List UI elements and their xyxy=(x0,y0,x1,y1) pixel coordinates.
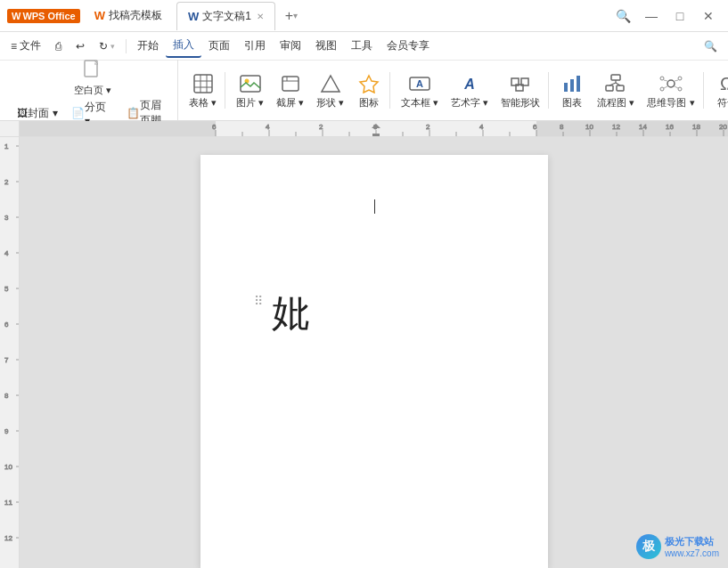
watermark-icon-text: 极 xyxy=(642,539,655,555)
tab-add-icon: + xyxy=(285,8,293,24)
menu-search-icon: 🔍 xyxy=(704,40,717,53)
menu-vip-label: 会员专享 xyxy=(387,38,429,53)
svg-text:7: 7 xyxy=(4,356,9,364)
cursor-indicator xyxy=(374,199,375,214)
chart-label: 图表 xyxy=(562,96,582,110)
smartshape-button[interactable]: 智能形状 xyxy=(495,69,545,112)
svg-line-36 xyxy=(675,86,678,88)
screenshot-button[interactable]: 截屏 ▾ xyxy=(271,69,309,112)
svg-marker-12 xyxy=(360,76,378,93)
svg-rect-21 xyxy=(577,76,580,92)
drag-handle[interactable]: ⠿ xyxy=(254,294,263,308)
redo-icon: ↻ xyxy=(99,40,108,53)
ruler-vertical: 1 2 3 4 5 6 7 8 9 10 11 12 xyxy=(0,137,20,568)
tab-close-icon[interactable]: ✕ xyxy=(257,12,264,21)
icon-label: 图标 xyxy=(359,96,379,110)
svg-text:12: 12 xyxy=(4,534,12,542)
svg-rect-8 xyxy=(282,77,299,91)
table-icon xyxy=(191,71,216,96)
maximize-button[interactable]: □ xyxy=(667,4,692,28)
tab-add-arrow: ▾ xyxy=(293,11,298,20)
search-button[interactable]: 🔍 xyxy=(610,4,635,28)
menu-page[interactable]: 页面 xyxy=(201,35,237,57)
symbol-icon: Ω xyxy=(715,71,729,96)
svg-text:16: 16 xyxy=(666,123,674,131)
svg-point-28 xyxy=(667,80,675,87)
close-button[interactable]: ✕ xyxy=(696,4,721,28)
menu-page-label: 页面 xyxy=(209,38,230,53)
header-footer-icon: 📋 xyxy=(127,107,140,119)
menu-view[interactable]: 视图 xyxy=(308,35,344,57)
menu-search[interactable]: 🔍 xyxy=(697,37,724,56)
shape-label: 形状 ▾ xyxy=(316,96,344,110)
tab-add-button[interactable]: + ▾ xyxy=(279,4,304,28)
chart-icon xyxy=(560,71,585,96)
smartshape-label: 智能形状 xyxy=(501,96,540,110)
chart-button[interactable]: 图表 xyxy=(554,69,590,112)
app-logo-text: WPS Office xyxy=(22,11,75,21)
minimize-button[interactable]: — xyxy=(639,4,664,28)
textbox-button[interactable]: A 文本框 ▾ xyxy=(396,69,444,112)
menu-start-label: 开始 xyxy=(137,38,159,53)
svg-text:A: A xyxy=(416,78,423,89)
table-button[interactable]: 表格 ▾ xyxy=(184,69,222,112)
cover-label: 封面 ▾ xyxy=(28,106,57,121)
symbol-label: 符号 xyxy=(717,96,729,110)
textbox-icon: A xyxy=(407,71,432,96)
blank-page-button[interactable]: 空白页 ▾ xyxy=(69,56,117,100)
icon-button[interactable]: 图标 xyxy=(351,69,387,112)
svg-text:4: 4 xyxy=(266,123,270,131)
image-button[interactable]: 图片 ▾ xyxy=(231,69,269,112)
blank-page-arrow: ▾ xyxy=(106,85,111,95)
app-logo-w: W xyxy=(12,11,20,21)
app-logo[interactable]: W WPS Office xyxy=(7,9,80,23)
flow-button[interactable]: 流程图 ▾ xyxy=(592,69,640,112)
smartshape-icon xyxy=(508,71,533,96)
blank-page-icon xyxy=(80,59,105,84)
toolbar-text-row: A 文本框 ▾ A 艺术字 ▾ xyxy=(396,69,545,112)
document-content[interactable]: ⠿ 妣 xyxy=(263,280,503,329)
flow-icon xyxy=(603,71,628,96)
shape-icon xyxy=(318,71,343,96)
svg-text:20: 20 xyxy=(719,123,727,131)
image-icon xyxy=(238,71,263,96)
icon-icon xyxy=(356,71,381,96)
svg-rect-1 xyxy=(194,75,212,93)
textbox-label: 文本框 ▾ xyxy=(401,96,438,110)
mindmap-label: 思维导图 ▾ xyxy=(647,96,694,110)
menu-review[interactable]: 审阅 xyxy=(273,35,308,57)
watermark-icon: 极 xyxy=(636,534,661,559)
ruler-container: 6 4 2 0 2 4 6 8 10 12 14 16 18 20 xyxy=(0,121,728,137)
menu-tools-label: 工具 xyxy=(351,38,372,53)
document-area[interactable]: ⠿ 妣 极 极光下载站 www.xz7.com xyxy=(20,137,728,568)
redo-arrow: ▾ xyxy=(110,42,115,51)
tab-template[interactable]: W 找稿壳模板 xyxy=(84,2,173,30)
screenshot-label: 截屏 ▾ xyxy=(276,96,304,110)
toolbar: 空白页 ▾ 🖼 封面 ▾ 📄 分页 ▾ 📋 页眉页脚 xyxy=(0,61,728,121)
toolbar-image-section: 图片 ▾ 截屏 ▾ 形状 ▾ xyxy=(227,65,390,116)
tab-document[interactable]: W 文字文稿1 ✕ xyxy=(176,2,275,30)
svg-text:14: 14 xyxy=(639,123,647,131)
svg-rect-75 xyxy=(372,134,380,136)
shape-button[interactable]: 形状 ▾ xyxy=(311,69,349,112)
svg-text:4: 4 xyxy=(4,249,9,257)
svg-text:11: 11 xyxy=(4,499,12,507)
svg-point-31 xyxy=(678,77,682,80)
menu-reference[interactable]: 引用 xyxy=(237,35,273,57)
menu-tools[interactable]: 工具 xyxy=(344,35,380,57)
symbol-button[interactable]: Ω 符号 xyxy=(709,69,729,112)
menu-vip[interactable]: 会员专享 xyxy=(380,35,437,57)
svg-rect-6 xyxy=(241,76,260,92)
svg-text:1: 1 xyxy=(4,142,9,150)
menu-insert-label: 插入 xyxy=(173,37,194,53)
mindmap-button[interactable]: 思维导图 ▾ xyxy=(642,69,699,112)
svg-text:2: 2 xyxy=(4,178,9,186)
menu-review-label: 审阅 xyxy=(280,38,301,53)
menu-view-label: 视图 xyxy=(315,38,337,53)
main-area: 1 2 3 4 5 6 7 8 9 10 11 12 ⠿ xyxy=(0,137,728,568)
svg-text:8: 8 xyxy=(560,123,564,131)
svg-text:10: 10 xyxy=(585,123,593,131)
arttext-button[interactable]: A 艺术字 ▾ xyxy=(446,69,494,112)
hamburger-icon: ≡ xyxy=(11,40,17,53)
title-bar-right: 🔍 — □ ✕ xyxy=(610,4,721,28)
